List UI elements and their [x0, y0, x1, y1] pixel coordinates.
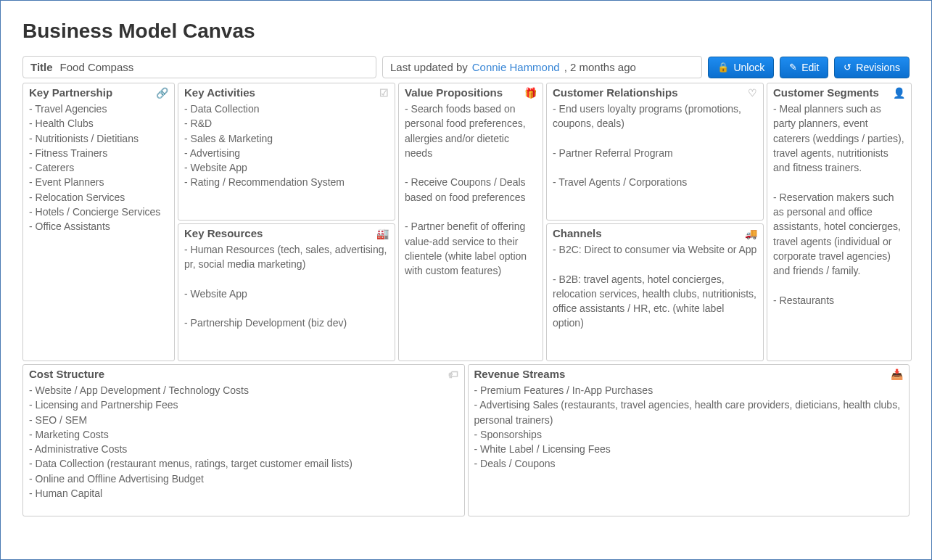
tile-key-partnership[interactable]: Key Partnership 🔗 - Travel Agencies - He…	[22, 83, 175, 361]
link-icon: 🔗	[156, 87, 168, 99]
top-bar: Title Food Compass Last updated by Conni…	[22, 56, 910, 78]
title-value: Food Compass	[60, 61, 134, 73]
tile-revenue-streams[interactable]: Revenue Streams 📥 - Premium Features / I…	[468, 364, 910, 516]
unlock-label: Unlock	[733, 62, 764, 73]
revisions-button[interactable]: ↺ Revisions	[834, 57, 910, 78]
lock-icon: 🔒	[717, 62, 729, 73]
tile-title: Key Resources	[184, 227, 263, 239]
factory-icon: 🏭	[376, 228, 389, 239]
canvas-bottom-row: Cost Structure 🏷 - Website / App Develop…	[22, 364, 910, 516]
tag-icon: 🏷	[448, 368, 458, 380]
canvas-grid: Key Partnership 🔗 - Travel Agencies - He…	[22, 83, 910, 361]
tile-customer-segments[interactable]: Customer Segments 👤 - Meal planners such…	[767, 83, 912, 361]
updated-user-link[interactable]: Connie Hammond	[472, 61, 560, 73]
updated-suffix: , 2 months ago	[564, 61, 636, 73]
tile-body: - Website / App Development / Technology…	[29, 383, 458, 501]
revisions-icon: ↺	[844, 62, 851, 73]
tile-cost-structure[interactable]: Cost Structure 🏷 - Website / App Develop…	[22, 364, 465, 516]
tile-body: - Human Resources (tech, sales, advertis…	[184, 242, 389, 331]
heart-icon: ♡	[748, 87, 757, 99]
tile-body: - Data Collection - R&D - Sales & Market…	[184, 102, 389, 190]
updated-prefix: Last updated by	[390, 61, 468, 73]
tile-title: Revenue Streams	[474, 368, 566, 380]
canvas-title-field[interactable]: Title Food Compass	[22, 56, 376, 78]
tile-title: Customer Segments	[773, 86, 879, 99]
last-updated-field: Last updated by Connie Hammond , 2 month…	[382, 56, 702, 78]
revisions-label: Revisions	[856, 62, 900, 73]
user-icon: 👤	[893, 87, 905, 99]
tile-channels[interactable]: Channels 🚚 - B2C: Direct to consumer via…	[546, 223, 764, 361]
edit-icon: ✎	[789, 62, 797, 73]
tile-body: - Premium Features / In-App Purchases - …	[474, 383, 904, 472]
tile-key-activities[interactable]: Key Activities ☑ - Data Collection - R&D…	[178, 83, 395, 221]
tile-title: Cost Structure	[29, 368, 104, 380]
tile-body: - Meal planners such as party planners, …	[773, 102, 905, 308]
tile-body: - End users loyalty programs (promotions…	[553, 102, 757, 190]
tile-title: Customer Relationships	[553, 86, 678, 99]
tile-body: - B2C: Direct to consumer via Website or…	[553, 242, 757, 331]
edit-button[interactable]: ✎ Edit	[780, 57, 828, 78]
tile-title: Key Partnership	[29, 86, 112, 99]
tile-body: - Search foods based on personal food pr…	[405, 102, 537, 279]
inbox-icon: 📥	[891, 368, 903, 380]
gift-icon: 🎁	[524, 87, 537, 99]
edit-label: Edit	[801, 62, 819, 73]
page-title: Business Model Canvas	[22, 20, 910, 43]
tile-key-resources[interactable]: Key Resources 🏭 - Human Resources (tech,…	[178, 223, 395, 361]
title-label: Title	[30, 61, 53, 73]
tile-title: Value Propositions	[405, 86, 503, 99]
tile-body: - Travel Agencies - Health Clubs - Nutri…	[29, 102, 168, 234]
unlock-button[interactable]: 🔒 Unlock	[708, 57, 774, 78]
checkbox-icon: ☑	[379, 87, 389, 99]
truck-icon: 🚚	[745, 228, 757, 239]
tile-customer-relationships[interactable]: Customer Relationships ♡ - End users loy…	[546, 83, 764, 221]
tile-title: Channels	[553, 227, 602, 239]
tile-value-propositions[interactable]: Value Propositions 🎁 - Search foods base…	[398, 83, 543, 361]
tile-title: Key Activities	[184, 86, 255, 99]
